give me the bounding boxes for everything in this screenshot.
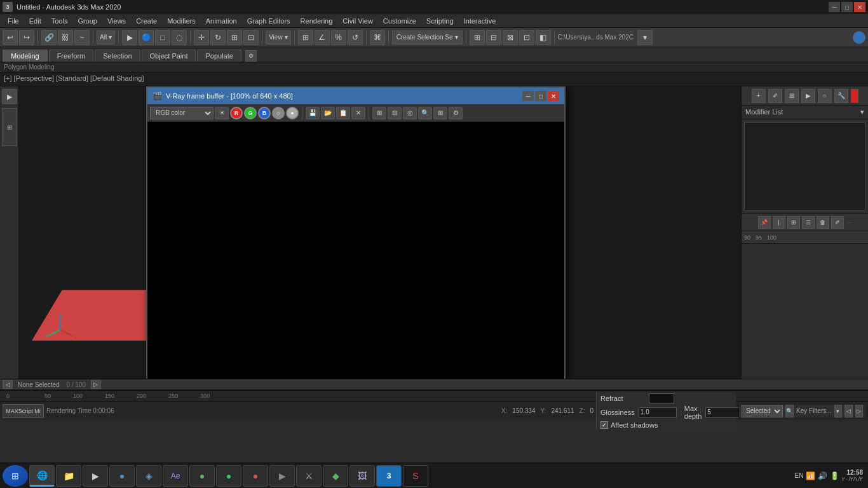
taskbar-whatsapp[interactable]: ● <box>216 465 241 487</box>
vray-window-controls[interactable]: ─ □ ✕ <box>522 91 559 101</box>
view-dropdown[interactable]: View ▾ <box>266 30 291 44</box>
hierarchy-button[interactable]: ⊞ <box>785 89 799 103</box>
nav-right-button[interactable]: ▷ <box>855 405 863 417</box>
selection-filter-dropdown[interactable]: All ▾ <box>97 30 115 44</box>
unlink-button[interactable]: ⛓ <box>58 30 73 45</box>
taskbar-game[interactable]: ⚔ <box>296 465 322 487</box>
glossiness-input[interactable] <box>639 407 677 417</box>
taskbar-ie[interactable]: 🌐 <box>29 465 55 487</box>
prev-frame-button[interactable]: ◁ <box>3 380 13 389</box>
select-by-name-button[interactable]: 🔵 <box>139 30 154 45</box>
vray-r-channel[interactable]: R <box>230 107 243 119</box>
mirror-button[interactable]: ⊞ <box>227 30 242 45</box>
menu-group[interactable]: Group <box>72 16 102 26</box>
snap-spinner[interactable]: ↺ <box>348 30 363 45</box>
modifier-list-arrow[interactable]: ▾ <box>860 108 864 116</box>
search-button[interactable]: 🔍 <box>785 405 794 417</box>
vray-lens-effects[interactable]: 🔍 <box>418 107 432 119</box>
utilities-button[interactable]: 🔧 <box>834 89 848 103</box>
nav-left-button[interactable]: ◁ <box>844 405 852 417</box>
menu-interactive[interactable]: Interactive <box>459 16 501 26</box>
menu-edit[interactable]: Edit <box>24 16 46 26</box>
snap-toggle[interactable]: ⊞ <box>298 30 313 45</box>
vray-settings[interactable]: ⚙ <box>449 107 463 119</box>
taskbar-green2[interactable]: ◆ <box>323 465 348 487</box>
vray-color-mode-dropdown[interactable]: RGB color <box>150 107 214 119</box>
named-selection-2[interactable]: ⊟ <box>486 30 501 45</box>
key-filter-arrow[interactable]: ▾ <box>834 405 842 417</box>
redo-button[interactable]: ↪ <box>19 30 34 45</box>
vray-region-render[interactable]: ⊟ <box>388 107 402 119</box>
link-button[interactable]: 🔗 <box>41 30 57 45</box>
taskbar-photos[interactable]: 🖼 <box>349 465 375 487</box>
active-shade-button[interactable]: | <box>773 216 785 229</box>
tab-selection[interactable]: Selection <box>95 50 140 62</box>
next-frame-button[interactable]: ▷ <box>91 380 101 389</box>
close-button[interactable]: ✕ <box>854 2 865 12</box>
maxscript-button[interactable]: MAXScript Mi <box>3 404 44 418</box>
menu-views[interactable]: Views <box>102 16 131 26</box>
taskbar-media[interactable]: ▶ <box>83 465 108 487</box>
wire-param-button[interactable]: ⌘ <box>370 30 385 45</box>
vray-alpha-channel[interactable]: ○ <box>272 107 285 119</box>
scale-button[interactable]: ⊡ <box>243 30 259 45</box>
move-button[interactable]: ✛ <box>194 30 209 45</box>
snap-percent[interactable]: % <box>331 30 346 45</box>
path-dropdown-arrow[interactable]: ▾ <box>637 30 653 45</box>
selected-dropdown[interactable]: Selected <box>742 405 783 417</box>
snap-angle[interactable]: ∠ <box>315 30 330 45</box>
tab-settings-button[interactable]: ⚙ <box>245 50 257 62</box>
motion-button[interactable]: ▶ <box>801 89 815 103</box>
rectangular-selection-button[interactable]: □ <box>155 30 170 45</box>
vray-maximize-button[interactable]: □ <box>535 91 546 101</box>
taskbar-chrome[interactable]: ● <box>109 465 135 487</box>
vray-display-correction[interactable]: ⊞ <box>372 107 386 119</box>
menu-scripting[interactable]: Scripting <box>421 16 459 26</box>
tab-modeling[interactable]: Modeling <box>3 50 48 62</box>
lasso-selection-button[interactable]: ◌ <box>172 30 187 45</box>
user-avatar[interactable]: 👤 <box>853 31 865 44</box>
tab-object-paint[interactable]: Object Paint <box>142 50 196 62</box>
refract-color-swatch[interactable] <box>649 393 674 403</box>
menu-civil-view[interactable]: Civil View <box>337 16 377 26</box>
create-selection-set-button[interactable]: Create Selection Se ▾ <box>392 30 463 44</box>
named-selection-1[interactable]: ⊞ <box>470 30 485 45</box>
menu-animation[interactable]: Animation <box>201 16 242 26</box>
vray-track-button[interactable]: ◎ <box>403 107 417 119</box>
maximize-button[interactable]: □ <box>841 2 853 12</box>
taskbar-red[interactable]: ● <box>243 465 268 487</box>
minimize-button[interactable]: ─ <box>829 2 840 12</box>
vray-clear-button[interactable]: ✕ <box>351 107 365 119</box>
menu-rendering[interactable]: Rendering <box>295 16 338 26</box>
vray-copy-button[interactable]: 📋 <box>336 107 350 119</box>
rotate-button[interactable]: ↻ <box>210 30 226 45</box>
vray-compare[interactable]: ⊞ <box>433 107 447 119</box>
property-button[interactable]: ☰ <box>802 216 815 229</box>
vray-mono-channel[interactable]: ● <box>286 107 299 119</box>
named-selection-3[interactable]: ⊠ <box>503 30 518 45</box>
undo-button[interactable]: ↩ <box>3 30 18 45</box>
viewport-nav[interactable]: ⊞ <box>2 108 17 146</box>
vray-brightness-button[interactable]: ☀ <box>215 107 229 119</box>
tab-populate[interactable]: Populate <box>197 50 241 62</box>
taskbar-mpc[interactable]: ▶ <box>269 465 295 487</box>
vray-b-channel[interactable]: B <box>258 107 271 119</box>
create-geometry-button[interactable]: + <box>752 89 766 103</box>
start-button[interactable]: ⊞ <box>3 465 28 487</box>
window-controls[interactable]: ─ □ ✕ <box>829 2 865 12</box>
edit-modifier-button[interactable]: ✐ <box>831 216 844 229</box>
taskbar-vscode[interactable]: ◈ <box>136 465 161 487</box>
menu-customize[interactable]: Customize <box>378 16 421 26</box>
modify-button[interactable]: ✐ <box>768 89 782 103</box>
named-selection-4[interactable]: ⊡ <box>519 30 534 45</box>
menu-file[interactable]: File <box>3 16 24 26</box>
vray-save-button[interactable]: 💾 <box>306 107 320 119</box>
configure-button[interactable]: ⊞ <box>787 216 800 229</box>
taskbar-green[interactable]: ● <box>189 465 215 487</box>
menu-graph-editors[interactable]: Graph Editors <box>242 16 295 26</box>
color-swatch[interactable] <box>851 89 858 103</box>
play-button[interactable]: ▶ <box>2 89 17 104</box>
display-button[interactable]: ○ <box>818 89 832 103</box>
taskbar-folder[interactable]: 📁 <box>56 465 81 487</box>
pin-stack-button[interactable]: 📌 <box>758 216 771 229</box>
